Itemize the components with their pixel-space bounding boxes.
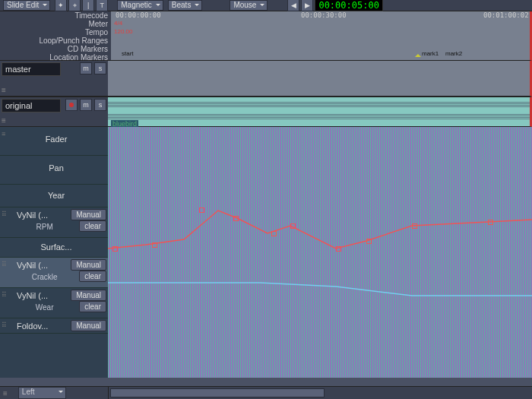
plugin-row-wear[interactable]: ⠿ VyNil (... Manual Wear clear <box>0 288 108 318</box>
automation-point[interactable] <box>366 239 372 244</box>
snap-mode-select[interactable]: Magnetic <box>117 0 163 11</box>
lane-pan[interactable]: Pan <box>0 156 108 185</box>
automation-canvas[interactable] <box>108 127 532 378</box>
solo-button[interactable]: s <box>94 62 106 74</box>
lane-surface[interactable]: Surfac... <box>0 238 108 258</box>
automation-point[interactable] <box>488 220 493 225</box>
marker-flag-icon <box>415 51 421 57</box>
tool-icon-3[interactable]: | <box>82 0 94 11</box>
ruler-label-tempo: Tempo <box>0 28 108 36</box>
plugin-row-foldover[interactable]: ⠿ Foldov... Manual <box>0 318 108 334</box>
track-header-master[interactable]: master m s ≡ <box>0 60 108 97</box>
drag-handle-icon[interactable]: ≡ <box>2 86 6 94</box>
drag-handle-icon[interactable]: ⠿ <box>2 261 8 268</box>
tool-icon-4[interactable]: T <box>96 0 108 11</box>
drag-handle-icon[interactable]: ⠿ <box>2 321 8 329</box>
track-header-original[interactable]: original m s ≡ <box>0 97 108 127</box>
tool-icon-2[interactable]: ⌖ <box>68 0 81 11</box>
lane-label: Year <box>2 186 106 200</box>
automation-point[interactable] <box>271 231 277 236</box>
automation-line-rpm <box>108 127 532 378</box>
param-label: Crackle <box>12 273 77 281</box>
plugin-name: VyNil (... <box>12 261 68 270</box>
ruler-area: Timecode Meter Tempo Loop/Punch Ranges C… <box>0 11 532 60</box>
drag-handle-icon[interactable]: ≡ <box>2 116 6 125</box>
horizontal-scrollbar[interactable] <box>110 388 325 397</box>
automation-point[interactable] <box>336 246 341 252</box>
track-canvas-master[interactable] <box>108 60 532 97</box>
tempo-value: 120.00 <box>114 28 530 35</box>
nudge-right-button[interactable]: ▶ <box>301 0 313 11</box>
marker-mark1[interactable]: mark1 <box>415 50 439 57</box>
channel-select[interactable]: Left <box>18 387 66 399</box>
plugin-row-crackle[interactable]: ⠿ VyNil (... Manual Crackle clear <box>0 258 108 288</box>
record-arm-button[interactable] <box>65 99 78 111</box>
manual-button[interactable]: Manual <box>71 259 106 271</box>
grid-units-select[interactable]: Beats <box>168 0 203 11</box>
tool-icon-1[interactable]: ✦ <box>55 0 67 11</box>
clear-button[interactable]: clear <box>79 271 106 282</box>
automation-point[interactable] <box>233 216 239 221</box>
lane-label: Pan <box>2 157 106 173</box>
automation-point[interactable] <box>199 207 204 213</box>
edit-mode-select[interactable]: Slide Edit <box>3 0 50 11</box>
marker-start[interactable]: start <box>122 50 134 57</box>
ruler-label-cd: CD Markers <box>0 45 108 53</box>
automation-point[interactable] <box>152 242 157 248</box>
track-name-master[interactable]: master <box>2 62 61 76</box>
pointer-mode-select[interactable]: Mouse <box>230 0 268 11</box>
param-label: Wear <box>12 303 77 312</box>
mute-button[interactable]: m <box>80 62 92 74</box>
manual-button[interactable]: Manual <box>71 209 106 220</box>
ruler-tc-2: 00:01:00:02 <box>483 11 529 19</box>
track-canvas-original[interactable]: bluebird <box>108 97 532 127</box>
plugin-name: Foldov... <box>12 321 68 331</box>
automation-point[interactable] <box>412 223 417 229</box>
ruler-label-timecode: Timecode <box>0 11 108 20</box>
drag-handle-icon[interactable]: ⠿ <box>2 291 8 299</box>
lane-fader[interactable]: Fader ≡ <box>0 127 108 156</box>
manual-button[interactable]: Manual <box>71 320 106 331</box>
plugin-name: VyNil (... <box>12 211 68 220</box>
meter-value: 4/4 <box>114 20 530 27</box>
ruler-tc-1: 00:00:30:00 <box>301 11 347 19</box>
plugin-row-0[interactable]: ⠿ VyNil (... Manual RPM clear <box>0 207 108 238</box>
automation-point[interactable] <box>112 246 118 252</box>
clear-button[interactable]: clear <box>79 220 106 232</box>
drag-handle-icon[interactable]: ⠿ <box>2 211 8 218</box>
nudge-left-button[interactable]: ◀ <box>287 0 299 11</box>
lane-label: Surfac... <box>2 239 106 252</box>
top-toolbar: Slide Edit ✦ ⌖ | T Magnetic Beats Mouse … <box>0 0 532 11</box>
plugin-name: VyNil (... <box>12 291 68 300</box>
solo-button[interactable]: s <box>94 99 106 111</box>
automation-point[interactable] <box>290 223 296 229</box>
timecode-display[interactable]: 00:00:05:00 <box>315 0 382 11</box>
manual-button[interactable]: Manual <box>71 290 106 301</box>
lane-year[interactable]: Year <box>0 185 108 207</box>
track-name-original[interactable]: original <box>2 99 61 112</box>
marker-mark2[interactable]: mark2 <box>445 50 462 57</box>
drag-handle-icon[interactable]: ≡ <box>3 389 8 397</box>
param-label: RPM <box>12 223 77 231</box>
clear-button[interactable]: clear <box>79 301 106 312</box>
ruler-label-meter: Meter <box>0 20 108 28</box>
drag-handle-icon[interactable]: ≡ <box>2 130 6 138</box>
mute-button[interactable]: m <box>80 99 92 111</box>
footer-bar: ≡ Left <box>0 386 532 399</box>
ruler-label-loop: Loop/Punch Ranges <box>0 36 108 45</box>
ruler-tc-0: 00:00:00:00 <box>116 11 161 19</box>
ruler-labels: Timecode Meter Tempo Loop/Punch Ranges C… <box>0 11 111 60</box>
lane-label: Fader <box>2 128 106 144</box>
ruler-canvas[interactable]: 00:00:00:00 00:00:30:00 00:01:00:02 4/4 … <box>111 11 532 60</box>
